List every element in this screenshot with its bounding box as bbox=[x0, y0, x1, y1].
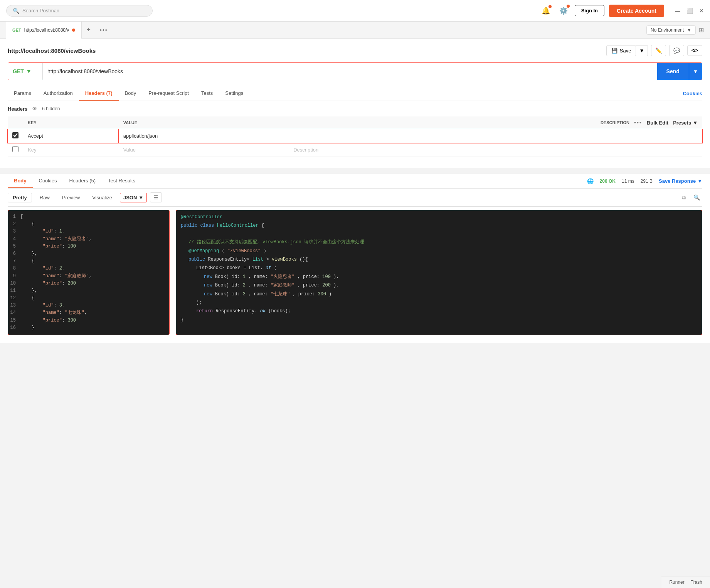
col-desc-header: DESCRIPTION ••• Bulk Edit Presets ▼ bbox=[289, 116, 702, 129]
send-button[interactable]: Send bbox=[657, 63, 689, 80]
code-line-10: ); bbox=[181, 299, 697, 307]
add-tab-button[interactable]: + bbox=[82, 26, 95, 34]
code-line-11: return ResponseEntity. ok (books); bbox=[181, 307, 697, 315]
env-selector[interactable]: No Environment ▼ bbox=[646, 25, 696, 35]
bell-icon[interactable]: 🔔 bbox=[539, 4, 552, 17]
more-tabs-button[interactable]: ••• bbox=[95, 27, 113, 33]
line-12: 12 { bbox=[8, 295, 169, 302]
close-icon[interactable]: ✕ bbox=[699, 8, 704, 14]
row-value-cell[interactable]: application/json bbox=[119, 129, 289, 143]
line-4: 4 "name": "火隐忍者", bbox=[8, 236, 169, 243]
tab-authorization[interactable]: Authorization bbox=[37, 86, 79, 101]
save-icon: 💾 bbox=[611, 48, 617, 54]
search-box[interactable]: 🔍 Search Postman bbox=[6, 5, 153, 17]
search-icon: 🔍 bbox=[13, 8, 19, 14]
chevron-down-icon: ▼ bbox=[687, 27, 691, 33]
eye-icon[interactable]: 👁 bbox=[32, 106, 37, 112]
url-bar: GET ▼ Send ▼ bbox=[8, 62, 702, 80]
tab-headers[interactable]: Headers (7) bbox=[79, 86, 119, 101]
tab-settings[interactable]: Settings bbox=[219, 86, 249, 101]
response-status: 🌐 200 OK 11 ms 291 B Save Response ▼ bbox=[587, 175, 702, 187]
empty-value-cell[interactable]: Value bbox=[119, 143, 289, 157]
preview-button[interactable]: Preview bbox=[57, 193, 84, 202]
res-tab-headers[interactable]: Headers (5) bbox=[63, 174, 102, 188]
save-button[interactable]: 💾 Save bbox=[606, 45, 636, 56]
method-selector[interactable]: GET ▼ bbox=[8, 63, 43, 80]
response-section: Body Cookies Headers (5) Test Results 🌐 … bbox=[0, 171, 710, 343]
res-tab-body[interactable]: Body bbox=[8, 174, 33, 188]
copy-button[interactable]: ⧉ bbox=[680, 193, 688, 202]
status-size: 291 B bbox=[641, 179, 653, 184]
java-code-panel[interactable]: @RestController public class HelloContro… bbox=[176, 210, 702, 335]
filter-button[interactable]: ☰ bbox=[150, 192, 162, 202]
empty-checkbox-cell bbox=[8, 143, 23, 157]
code-panels: 1 [ 2 { 3 "id": 1, 4 "name": "火隐忍者", 5 "… bbox=[8, 210, 702, 335]
line-5: 5 "price": 100 bbox=[8, 243, 169, 250]
chevron-down-icon: ▼ bbox=[693, 120, 698, 126]
empty-key-cell[interactable]: Key bbox=[23, 143, 119, 157]
header-row-empty: Key Value Description bbox=[8, 143, 702, 157]
tab-url: http://localhost:8080/v bbox=[24, 27, 69, 33]
code-line-1: @RestController bbox=[181, 213, 697, 221]
hidden-count: 6 hidden bbox=[42, 106, 60, 111]
more-options-button[interactable]: ••• bbox=[634, 120, 642, 126]
visualize-button[interactable]: Visualize bbox=[87, 193, 117, 202]
request-tab[interactable]: GET http://localhost:8080/v bbox=[6, 22, 82, 39]
tab-unsaved-dot bbox=[72, 29, 75, 32]
save-dropdown-button[interactable]: ▼ bbox=[636, 45, 648, 56]
code-line-2: public class HelloController { bbox=[181, 222, 697, 229]
gear-icon[interactable]: ⚙️ bbox=[557, 4, 570, 17]
json-response-panel[interactable]: 1 [ 2 { 3 "id": 1, 4 "name": "火隐忍者", 5 "… bbox=[8, 210, 170, 335]
url-input[interactable] bbox=[43, 63, 657, 80]
env-grid-button[interactable]: ⊞ bbox=[699, 26, 704, 34]
headers-title-row: Headers 👁 6 hidden bbox=[8, 106, 702, 112]
comment-button[interactable]: 💬 bbox=[669, 45, 684, 56]
line-2: 2 { bbox=[8, 221, 169, 228]
search-response-button[interactable]: 🔍 bbox=[691, 193, 702, 202]
line-16: 16 } bbox=[8, 324, 169, 332]
header-row-accept: Accept application/json bbox=[8, 129, 702, 143]
code-line-blank bbox=[181, 231, 697, 238]
cookies-button[interactable]: Cookies bbox=[683, 91, 702, 96]
presets-button[interactable]: Presets ▼ bbox=[673, 120, 698, 126]
pencil-button[interactable]: ✏️ bbox=[651, 45, 666, 56]
code-line-4: @GetMapping ( "/viewBooks" ) bbox=[181, 247, 697, 255]
headers-table: KEY VALUE DESCRIPTION ••• Bulk Edit Pres… bbox=[8, 116, 702, 157]
tab-params[interactable]: Params bbox=[8, 86, 37, 101]
tab-tests[interactable]: Tests bbox=[195, 86, 219, 101]
titlebar-left: 🔍 Search Postman bbox=[6, 5, 539, 17]
bulk-edit-button[interactable]: Bulk Edit bbox=[647, 120, 668, 126]
save-label: Save bbox=[620, 48, 631, 54]
raw-button[interactable]: Raw bbox=[35, 193, 54, 202]
create-account-button[interactable]: Create Account bbox=[609, 5, 664, 17]
sign-in-button[interactable]: Sign In bbox=[575, 5, 604, 16]
save-response-button[interactable]: Save Response ▼ bbox=[659, 178, 702, 184]
code-line-9: new Book( id: 3 , name: "七龙珠" , price: 3… bbox=[181, 290, 697, 298]
code-button[interactable]: </> bbox=[687, 45, 702, 56]
res-tab-cookies[interactable]: Cookies bbox=[33, 174, 63, 188]
line-8: 8 "id": 2, bbox=[8, 265, 169, 272]
status-time: 11 ms bbox=[622, 179, 634, 184]
row-checkbox[interactable] bbox=[12, 132, 19, 138]
minimize-icon[interactable]: — bbox=[675, 8, 680, 14]
row-desc-cell[interactable] bbox=[289, 129, 702, 143]
response-tabs: Body Cookies Headers (5) Test Results 🌐 … bbox=[8, 174, 702, 189]
format-selector[interactable]: JSON ▼ bbox=[120, 193, 147, 202]
window-controls: — ⬜ ✕ bbox=[675, 8, 704, 14]
empty-desc-cell[interactable]: Description bbox=[289, 143, 702, 157]
line-10: 10 "price": 200 bbox=[8, 280, 169, 287]
empty-row-checkbox[interactable] bbox=[12, 146, 19, 152]
titlebar-right: 🔔 ⚙️ Sign In Create Account — ⬜ ✕ bbox=[539, 4, 704, 17]
maximize-icon[interactable]: ⬜ bbox=[686, 8, 693, 14]
code-line-8: new Book( id: 2 , name: "家庭教师" , price: … bbox=[181, 281, 697, 289]
pretty-button[interactable]: Pretty bbox=[8, 193, 32, 202]
save-button-group: 💾 Save ▼ bbox=[606, 45, 648, 56]
tab-body[interactable]: Body bbox=[119, 86, 143, 101]
res-tab-test-results[interactable]: Test Results bbox=[102, 174, 141, 188]
line-14: 14 "name": "七龙珠", bbox=[8, 309, 169, 317]
line-6: 6 }, bbox=[8, 250, 169, 258]
globe-icon: 🌐 bbox=[587, 178, 594, 184]
tab-pre-request[interactable]: Pre-request Script bbox=[142, 86, 195, 101]
row-key-cell[interactable]: Accept bbox=[23, 129, 119, 143]
send-dropdown-button[interactable]: ▼ bbox=[689, 63, 702, 80]
